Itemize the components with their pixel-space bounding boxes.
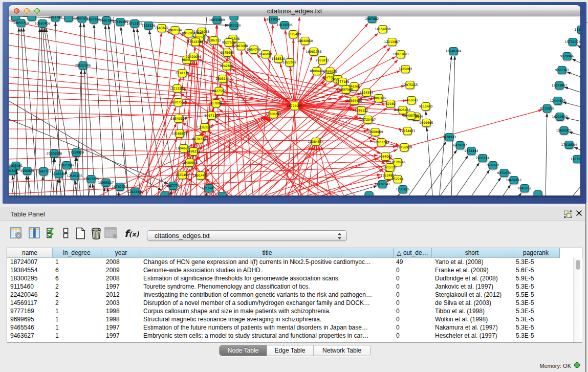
graph-node-teal[interactable]: 16648784 (446, 48, 462, 55)
graph-node-yellow[interactable]: 19384554 (308, 138, 324, 146)
graph-edge-red[interactable] (9, 146, 397, 159)
graph-edge-black[interactable] (451, 56, 455, 196)
graph-edge-black[interactable] (453, 163, 480, 196)
column-header-title[interactable]: title (141, 248, 394, 258)
graph-edge-black[interactable] (121, 27, 141, 196)
graph-node-yellow[interactable]: 7485003 (399, 65, 412, 73)
graph-node-yellow[interactable]: 10807487 (371, 95, 387, 102)
graph-node-yellow[interactable]: 10688609 (367, 128, 383, 136)
graph-node-teal[interactable]: 10654112 (506, 177, 522, 184)
table-row[interactable]: 946554611997Estimation of the future num… (7, 323, 572, 332)
graph-edge-red[interactable] (409, 110, 542, 146)
graph-edge-red[interactable] (217, 25, 219, 196)
graph-node-teal[interactable]: 19218506 (277, 21, 293, 29)
graph-node-yellow[interactable]: 16961758 (306, 48, 322, 56)
graph-node-yellow[interactable]: 18640910 (297, 37, 313, 45)
graph-edge-black[interactable] (546, 113, 547, 196)
graph-node-teal[interactable] (64, 16, 73, 22)
import-table-button[interactable] (104, 227, 118, 241)
graph-node-teal[interactable]: 1156829 (20, 167, 34, 175)
tab-edge-table[interactable]: Edge Table (267, 345, 313, 356)
window-titlebar[interactable]: citations_edges.txt (9, 5, 580, 16)
column-header-short[interactable]: short (432, 248, 512, 258)
new-file-button[interactable] (75, 227, 86, 242)
graph-node-teal[interactable]: 16782759 (112, 183, 128, 191)
table-scrollbar-thumb[interactable] (576, 260, 580, 270)
table-row[interactable]: 977716911998Corpus callosum shape and si… (7, 307, 572, 315)
graph-node-teal[interactable]: 8471676 (497, 169, 511, 177)
graph-node-yellow[interactable]: 19166829 (172, 130, 188, 138)
network-canvas[interactable]: 7663822896012489129541822605893275051654… (9, 16, 580, 196)
delete-button[interactable] (91, 227, 102, 242)
graph-edge-black[interactable] (84, 23, 95, 196)
graph-node-teal[interactable]: 17957275 (83, 176, 99, 183)
graph-node-teal[interactable]: 2087682 (365, 16, 379, 23)
graph-node-yellow[interactable]: 252214 (391, 176, 403, 183)
graph-node-teal[interactable]: 9227343 (555, 67, 569, 74)
graph-node-teal[interactable] (28, 16, 36, 21)
table-row[interactable]: 969969511998Structural magnetic resonanc… (7, 315, 572, 323)
graph-node-yellow[interactable]: 15720407 (360, 116, 376, 124)
float-panel-icon[interactable] (563, 210, 572, 218)
graph-node-teal[interactable]: 15751074 (565, 38, 580, 46)
graph-node-teal[interactable]: 7515526 (142, 22, 156, 30)
graph-node-yellow[interactable]: 9699695 (420, 119, 433, 127)
graph-node-teal[interactable]: 16210643 (552, 113, 568, 121)
graph-node-teal[interactable]: 10719185 (113, 18, 128, 26)
graph-node-teal[interactable]: 20691406 (35, 20, 51, 28)
graph-edge-red[interactable] (250, 158, 379, 196)
table-row[interactable]: 911546021997Tourette syndrome. Phenomeno… (7, 282, 572, 291)
graph-node-teal[interactable]: 7632621 (486, 162, 500, 169)
graph-node-teal[interactable] (365, 192, 373, 196)
graph-node-teal[interactable]: 7357224 (227, 22, 241, 30)
graph-node-yellow[interactable]: 8267110 (205, 112, 219, 120)
table-row[interactable]: 946362711997Embryonic stem cells: a mode… (7, 332, 572, 340)
graph-node-teal[interactable]: 9474444 (465, 147, 478, 155)
table-row[interactable]: 1938455462009Genome-wide association stu… (7, 266, 572, 274)
graph-node-yellow[interactable]: 62160 (385, 100, 395, 108)
graph-node-yellow[interactable]: 917004 (210, 100, 222, 107)
graph-node-yellow[interactable]: 9463627 (405, 97, 419, 104)
table-row[interactable]: 1872400712008Changes of HCN gene express… (7, 258, 572, 266)
graph-node-yellow[interactable]: 19654923 (400, 127, 416, 135)
unselect-all-button[interactable] (63, 227, 69, 241)
graph-node-teal[interactable]: 6479197 (453, 142, 467, 149)
graph-node-teal[interactable]: 6466160 (100, 17, 114, 25)
graph-node-teal[interactable]: 1733426 (396, 186, 410, 193)
graph-edge-black[interactable] (16, 170, 20, 196)
graph-node-teal[interactable]: 1145194 (52, 170, 66, 178)
graph-node-yellow[interactable]: 7955812 (316, 57, 330, 64)
graph-node-teal[interactable]: 1167533 (571, 156, 580, 163)
graph-node-yellow[interactable]: 16154838 (375, 26, 391, 33)
column-header-name[interactable]: name (7, 248, 53, 258)
table-row[interactable]: 2242004622012Investigating the contribut… (7, 291, 572, 299)
graph-edge-black[interactable] (437, 156, 468, 196)
graph-node-teal[interactable]: 12942737 (36, 168, 52, 176)
graph-node-teal[interactable]: 12444193 (550, 97, 566, 105)
graph-node-yellow[interactable]: 18807249 (374, 139, 389, 146)
graph-node-teal[interactable]: 15692971 (556, 127, 572, 135)
table-row[interactable]: 1830029562008Estimation of significance … (7, 274, 572, 282)
graph-edge-black[interactable] (108, 25, 129, 196)
column-header-in_degree[interactable]: in_degree (53, 248, 101, 258)
graph-node-yellow[interactable]: 19756928 (397, 144, 412, 151)
graph-node-teal[interactable]: 12505135 (67, 172, 83, 180)
graph-edge-black[interactable] (569, 183, 580, 196)
graph-node-teal[interactable] (161, 192, 169, 196)
graph-node-yellow[interactable]: 2967608 (234, 42, 248, 50)
column-header-out_de[interactable]: △ out_de… (394, 248, 432, 258)
graph-node-teal[interactable]: 2693790 (49, 16, 62, 21)
graph-node-yellow[interactable]: 9115460 (419, 103, 433, 111)
graph-edge-red[interactable] (319, 146, 332, 196)
graph-node-teal[interactable] (230, 16, 238, 20)
table-scrollbar[interactable] (573, 258, 582, 342)
graph-node-teal[interactable]: 16033809 (209, 16, 225, 24)
graph-node-teal[interactable]: 12093867 (552, 82, 568, 90)
node-table[interactable]: namein_degreeyeartitle△ out_de…shortpage… (7, 248, 582, 343)
graph-node-yellow[interactable]: 8990448 (310, 68, 324, 75)
graph-node-yellow[interactable]: 3624554 (360, 89, 374, 97)
graph-node-yellow[interactable]: 12213967 (384, 38, 400, 46)
graph-node-teal[interactable]: 9245652 (518, 185, 532, 192)
graph-edge-red[interactable] (293, 39, 294, 101)
graph-node-teal[interactable] (218, 192, 226, 196)
